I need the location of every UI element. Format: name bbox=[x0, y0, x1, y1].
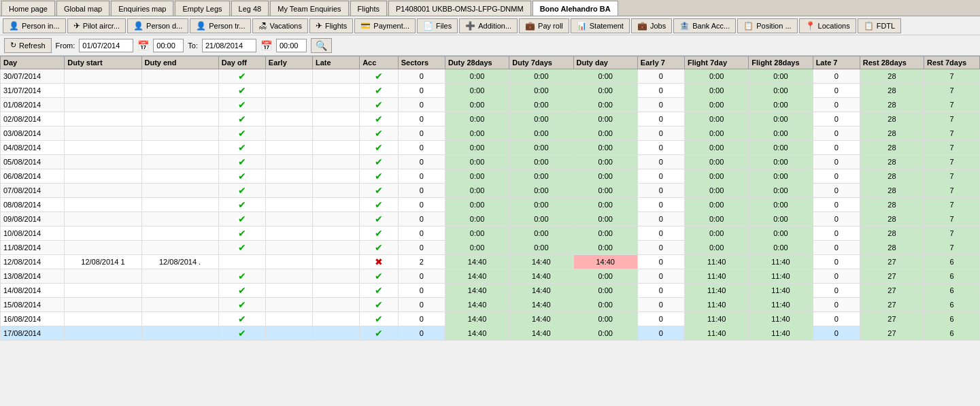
toolbar-btn-payroll[interactable]: 💼Pay roll bbox=[519, 18, 569, 33]
refresh-icon: ↻ bbox=[10, 41, 16, 50]
cell-flight7: 0:00 bbox=[685, 84, 749, 98]
cell-late bbox=[313, 312, 360, 326]
toolbar-btn-payment...[interactable]: 💳Payment... bbox=[354, 18, 416, 33]
toolbar-btn-addition...[interactable]: ➕Addition... bbox=[459, 18, 518, 33]
cell-flight7: 0:00 bbox=[685, 69, 749, 84]
from-date-input[interactable] bbox=[79, 39, 133, 52]
cell-early7: 0 bbox=[637, 326, 684, 341]
toolbar-btn-position...[interactable]: 📋Position ... bbox=[737, 18, 797, 33]
tab-flights[interactable]: Flights bbox=[350, 1, 387, 16]
tab-empty-legs[interactable]: Empty Legs bbox=[175, 1, 229, 16]
toolbar-btn-label: Flights bbox=[325, 22, 347, 30]
cell-flight7: 0:00 bbox=[685, 141, 749, 155]
cell-sectors: 0 bbox=[398, 126, 445, 141]
toolbar-btn-files[interactable]: 📄Files bbox=[417, 18, 458, 33]
cell-day: 04/08/2014 bbox=[1, 141, 65, 155]
toolbar-btn-locations[interactable]: 📍Locations bbox=[799, 18, 856, 33]
cell-duty-end bbox=[141, 198, 218, 212]
cell-acc: ✔ bbox=[360, 298, 399, 312]
cell-duty-start bbox=[65, 212, 141, 226]
cell-duty-end bbox=[141, 126, 218, 141]
cell-duty7: 0:00 bbox=[509, 98, 573, 112]
check-icon: ✔ bbox=[375, 185, 383, 196]
cell-sectors: 0 bbox=[398, 112, 445, 126]
toolbar-icon: 👤 bbox=[133, 21, 143, 31]
cell-dutyday: 0:00 bbox=[573, 69, 637, 84]
cell-late7: 0 bbox=[813, 312, 860, 326]
tab-global-map[interactable]: Global map bbox=[56, 1, 109, 16]
toolbar-btn-label: Locations bbox=[818, 22, 850, 30]
cell-duty28: 0:00 bbox=[445, 212, 509, 226]
toolbar-icon: 📋 bbox=[743, 21, 754, 31]
cell-duty28: 0:00 bbox=[445, 126, 509, 141]
cell-day-off: ✔ bbox=[218, 212, 265, 226]
cell-early bbox=[265, 298, 312, 312]
table-row: 12/08/201412/08/2014 112/08/2014 .✖214:4… bbox=[1, 255, 980, 269]
check-icon: ✔ bbox=[238, 299, 246, 310]
tab-home-page[interactable]: Home page bbox=[1, 1, 55, 16]
tab-my-team-enquiries[interactable]: My Team Enquiries bbox=[270, 1, 348, 16]
cell-day-off: ✔ bbox=[218, 226, 265, 241]
cell-duty-start bbox=[65, 98, 141, 112]
toolbar-btn-jobs[interactable]: 💼Jobs bbox=[631, 18, 672, 33]
cell-early bbox=[265, 326, 312, 341]
cell-rest7: 7 bbox=[924, 212, 980, 226]
toolbar-icon: ✈ bbox=[316, 21, 322, 31]
cell-late7: 0 bbox=[813, 84, 860, 98]
to-date-input[interactable] bbox=[202, 39, 256, 52]
cell-day: 10/08/2014 bbox=[1, 226, 65, 241]
check-icon: ✔ bbox=[375, 156, 383, 167]
tab-p1408001-ukbb-omsj-l[interactable]: P1408001 UKBB-OMSJ-LFPG-DNMM bbox=[388, 1, 531, 16]
cell-sectors: 0 bbox=[398, 98, 445, 112]
check-icon: ✔ bbox=[238, 285, 246, 296]
refresh-button[interactable]: ↻ Refresh bbox=[4, 38, 52, 53]
cell-sectors: 0 bbox=[398, 284, 445, 298]
check-icon: ✔ bbox=[238, 114, 246, 124]
calendar-icon-from[interactable]: 📅 bbox=[137, 40, 149, 51]
check-icon: ✔ bbox=[375, 142, 383, 153]
table-row: 11/08/2014✔✔00:000:000:0000:000:000287 bbox=[1, 241, 980, 255]
cell-early7: 0 bbox=[637, 141, 684, 155]
toolbar-btn-statement[interactable]: 📊Statement bbox=[571, 18, 630, 33]
cell-day: 17/08/2014 bbox=[1, 326, 65, 341]
toolbar-icon: 💼 bbox=[637, 21, 647, 31]
toolbar-btn-flights[interactable]: ✈Flights bbox=[309, 18, 353, 33]
cell-duty-start bbox=[65, 226, 141, 241]
toolbar-btn-label: Vacations bbox=[269, 22, 302, 30]
cell-day: 08/08/2014 bbox=[1, 198, 65, 212]
cell-sectors: 0 bbox=[398, 298, 445, 312]
from-time-input[interactable] bbox=[153, 39, 184, 52]
cell-early bbox=[265, 84, 312, 98]
search-button[interactable]: 🔍 bbox=[311, 38, 332, 53]
toolbar-btn-bankacc...[interactable]: 🏦Bank Acc... bbox=[673, 18, 736, 33]
cell-day-off: ✔ bbox=[218, 126, 265, 141]
cell-duty-end bbox=[141, 169, 218, 184]
cell-rest7: 6 bbox=[924, 298, 980, 312]
tab-bono-alehandro-ba[interactable]: Bono Alehandro BA bbox=[533, 1, 618, 16]
table-header-row: DayDuty startDuty endDay offEarlyLateAcc… bbox=[1, 56, 980, 69]
tab-leg-48[interactable]: Leg 48 bbox=[231, 1, 269, 16]
cell-rest7: 6 bbox=[924, 269, 980, 284]
check-icon: ✔ bbox=[375, 285, 383, 296]
cell-day: 13/08/2014 bbox=[1, 269, 65, 284]
to-time-input[interactable] bbox=[276, 39, 307, 52]
cell-duty-start: 12/08/2014 1 bbox=[65, 255, 141, 269]
cell-rest7: 7 bbox=[924, 98, 980, 112]
cell-rest28: 28 bbox=[860, 198, 924, 212]
toolbar-btn-label: Statement bbox=[590, 22, 624, 30]
toolbar-btn-pilotaircr...[interactable]: ✈Pilot aircr... bbox=[67, 18, 126, 33]
toolbar-btn-fdtl[interactable]: 📋FDTL bbox=[858, 18, 902, 33]
cell-early bbox=[265, 269, 312, 284]
cell-duty28: 0:00 bbox=[445, 198, 509, 212]
toolbar-btn-personin...[interactable]: 👤Person in... bbox=[3, 18, 66, 33]
cell-sectors: 0 bbox=[398, 212, 445, 226]
check-icon: ✔ bbox=[375, 271, 383, 282]
tab-enquiries-map[interactable]: Enquiries map bbox=[111, 1, 173, 16]
cell-dutyday: 0:00 bbox=[573, 155, 637, 169]
cell-duty-start bbox=[65, 126, 141, 141]
cell-rest28: 27 bbox=[860, 269, 924, 284]
toolbar-btn-persontr...[interactable]: 👤Person tr... bbox=[190, 18, 251, 33]
toolbar-btn-vacations[interactable]: 🏖Vacations bbox=[252, 18, 308, 33]
toolbar-btn-persond...[interactable]: 👤Person d... bbox=[127, 18, 188, 33]
calendar-icon-to[interactable]: 📅 bbox=[260, 40, 272, 51]
